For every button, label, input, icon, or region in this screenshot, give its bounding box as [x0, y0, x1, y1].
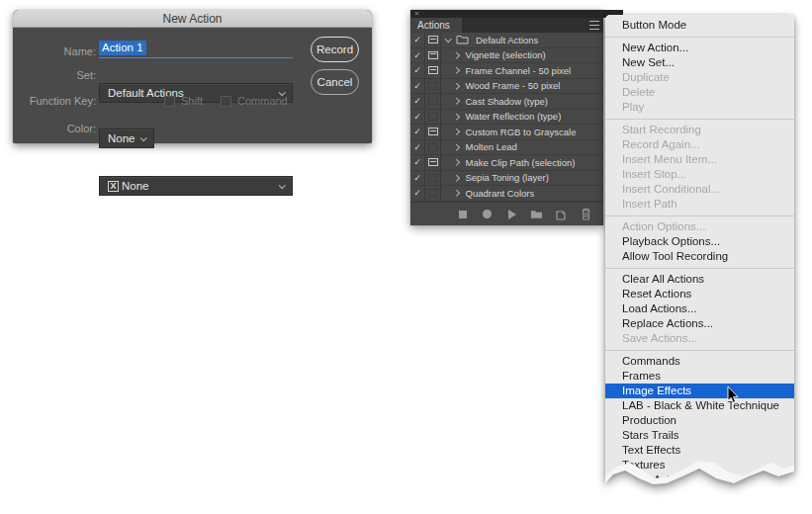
chevron-right-icon[interactable]: [453, 52, 459, 58]
include-checkmark[interactable]: ✓: [410, 186, 425, 201]
menu-item-playback-options[interactable]: Playback Options...: [605, 234, 794, 249]
dialog-toggle[interactable]: [425, 33, 441, 47]
chevron-right-icon[interactable]: [453, 83, 459, 89]
action-name: Water Reflection (type): [466, 111, 562, 122]
command-checkbox: [221, 96, 231, 107]
play-icon[interactable]: [505, 208, 518, 220]
chevron-right-icon[interactable]: [453, 114, 459, 120]
chevron-down-icon: [279, 182, 286, 189]
menu-item-new-action[interactable]: New Action...: [605, 41, 794, 55]
menu-item-frames[interactable]: Frames: [605, 369, 794, 384]
action-row[interactable]: ✓Frame Channel - 50 pixel: [410, 63, 603, 79]
action-row[interactable]: ✓Cast Shadow (type): [410, 94, 603, 110]
menu-item-record-again: Record Again...: [605, 137, 794, 152]
chevron-right-icon[interactable]: [453, 128, 459, 134]
dialog-toggle[interactable]: [425, 94, 441, 109]
panel-group-bar: ×: [410, 10, 603, 18]
include-checkmark[interactable]: ✓: [410, 171, 425, 186]
chevron-right-icon[interactable]: [453, 190, 459, 196]
include-checkmark[interactable]: ✓: [410, 48, 425, 63]
color-label: Color:: [13, 123, 96, 134]
chevron-right-icon[interactable]: [453, 159, 459, 165]
action-row[interactable]: ✓Quadrant Colors: [410, 186, 603, 202]
record-button[interactable]: Record: [311, 37, 359, 62]
menu-item-production[interactable]: Production: [605, 413, 794, 428]
include-checkmark[interactable]: ✓: [410, 94, 425, 109]
dialog-toggle[interactable]: [425, 171, 441, 186]
dialog-toggle[interactable]: [425, 140, 441, 155]
action-name: Molten Lead: [466, 141, 517, 152]
menu-item-replace-actions[interactable]: Replace Actions...: [605, 316, 794, 331]
menu-item-duplicate: Duplicate: [605, 70, 794, 85]
action-row[interactable]: ✓Water Reflection (type): [410, 110, 603, 126]
action-row[interactable]: ✓Molten Lead: [410, 140, 603, 156]
chevron-down-icon[interactable]: [445, 36, 452, 43]
close-icon[interactable]: ×: [414, 11, 419, 17]
menu-item-allow-tool-recording[interactable]: Allow Tool Recording: [605, 249, 794, 264]
dialog-toggle[interactable]: [425, 125, 441, 139]
chevron-right-icon[interactable]: [453, 175, 459, 181]
name-input[interactable]: Action 1: [99, 40, 293, 58]
include-checkmark[interactable]: ✓: [410, 155, 425, 170]
menu-divider: [605, 37, 794, 38]
menu-item-button-mode[interactable]: Button Mode: [605, 18, 794, 33]
include-checkmark[interactable]: ✓: [410, 125, 425, 139]
menu-item-new-set[interactable]: New Set...: [605, 55, 794, 70]
function-key-select[interactable]: None: [99, 128, 154, 148]
chevron-right-icon[interactable]: [453, 67, 459, 73]
dialog-toggle[interactable]: [425, 48, 441, 63]
dialog-toggle[interactable]: [425, 63, 441, 78]
dialog-toggle[interactable]: [425, 110, 441, 125]
panel-flyout-menu: Button ModeNew Action...New Set...Duplic…: [605, 15, 794, 502]
panel-menu-icon[interactable]: [589, 21, 599, 30]
action-name: Wood Frame - 50 pixel: [466, 80, 561, 91]
include-checkmark[interactable]: ✓: [410, 33, 425, 47]
menu-item-stars-trails[interactable]: Stars Trails: [605, 428, 794, 443]
color-value: None: [122, 180, 149, 192]
menu-item-commands[interactable]: Commands: [605, 354, 794, 369]
new-action-dialog: New Action Name: Action 1 Set: Default A…: [13, 10, 372, 143]
action-row[interactable]: ✓Make Clip Path (selection): [410, 155, 603, 171]
tab-actions[interactable]: Actions: [410, 18, 462, 33]
menu-item-text-effects[interactable]: Text Effects: [605, 443, 794, 458]
panel-footer: [410, 202, 603, 225]
action-name: Cast Shadow (type): [466, 96, 548, 107]
trash-icon[interactable]: [580, 208, 592, 220]
menu-item-clear-all-actions[interactable]: Clear All Actions: [605, 272, 794, 287]
action-row[interactable]: ✓Wood Frame - 50 pixel: [410, 79, 603, 95]
action-row[interactable]: ✓Vignette (selection): [410, 48, 603, 64]
menu-item-image-effects[interactable]: Image Effects: [605, 384, 794, 398]
actions-panel: × Actions ✓Default Actions✓Vignette (sel…: [410, 10, 603, 225]
menu-item-load-actions[interactable]: Load Actions...: [605, 301, 794, 316]
cancel-button[interactable]: Cancel: [311, 69, 359, 95]
stop-icon[interactable]: [456, 208, 469, 220]
flyout-menu-items: Button ModeNew Action...New Set...Duplic…: [605, 15, 794, 502]
include-checkmark[interactable]: ✓: [410, 140, 425, 155]
action-row[interactable]: ✓Sepia Toning (layer): [410, 171, 603, 187]
chevron-down-icon: [140, 134, 147, 141]
menu-item-reset-actions[interactable]: Reset Actions: [605, 287, 794, 301]
color-select[interactable]: X None: [99, 176, 293, 196]
dialog-toggle[interactable]: [425, 186, 441, 201]
action-name: Make Clip Path (selection): [466, 157, 576, 168]
action-set-row[interactable]: ✓Default Actions: [410, 33, 603, 48]
record-icon[interactable]: [481, 208, 494, 220]
include-checkmark[interactable]: ✓: [410, 110, 425, 125]
dialog-titlebar[interactable]: New Action: [13, 10, 372, 28]
chevron-right-icon[interactable]: [453, 144, 459, 150]
menu-item-play: Play: [605, 100, 794, 115]
menu-item-insert-conditional: Insert Conditional...: [605, 182, 794, 197]
chevron-right-icon[interactable]: [453, 98, 459, 104]
dialog-toggle[interactable]: [425, 79, 441, 94]
action-row[interactable]: ✓Custom RGB to Grayscale: [410, 125, 603, 140]
menu-item-insert-path: Insert Path: [605, 197, 794, 212]
folder-icon[interactable]: [530, 208, 543, 220]
include-checkmark[interactable]: ✓: [410, 79, 425, 94]
new-action-icon[interactable]: [555, 208, 568, 220]
dialog-toggle[interactable]: [425, 155, 441, 170]
include-checkmark[interactable]: ✓: [410, 63, 425, 78]
menu-item-delete: Delete: [605, 85, 794, 100]
menu-item-lab-black-white-technique[interactable]: LAB - Black & White Technique: [605, 398, 794, 413]
tab-label: Actions: [417, 20, 450, 31]
name-value-selected: Action 1: [99, 41, 146, 55]
